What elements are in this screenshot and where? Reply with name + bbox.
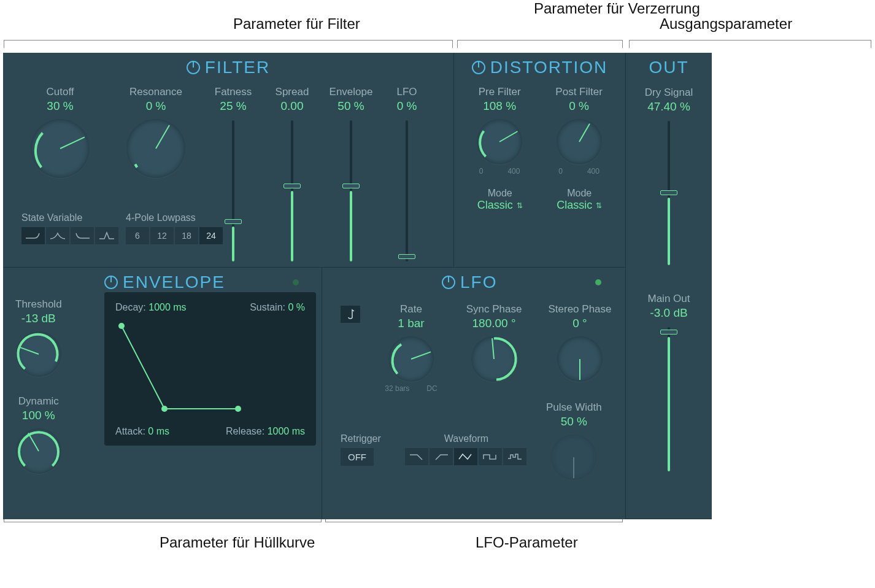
annotation-lfo: LFO-Parameter: [476, 534, 578, 551]
filter-shape-bandpass[interactable]: [46, 227, 69, 244]
sync-note-button[interactable]: [341, 306, 360, 323]
pulse-width-label: Pulse Width: [546, 401, 602, 414]
waveform-square[interactable]: [479, 448, 502, 465]
waveform-label: Waveform: [405, 433, 528, 444]
dynamic-block: Dynamic 100 %: [15, 395, 62, 474]
cutoff-knob[interactable]: [31, 119, 90, 178]
rate-block: Rate 1 bar 32 barsDC: [377, 303, 445, 393]
filter-shape-highpass[interactable]: [71, 227, 94, 244]
attack-label: Attack:: [115, 426, 145, 436]
pole-row: 6 12 18 24: [126, 227, 223, 244]
threshold-knob[interactable]: [16, 331, 61, 377]
sustain-label: Sustain:: [250, 302, 285, 312]
pre-mode-label: Mode: [477, 188, 523, 199]
main-out-label: Main Out: [648, 293, 690, 305]
waveform-saw-up[interactable]: [430, 448, 453, 465]
post-range-max: 400: [587, 167, 599, 176]
power-icon[interactable]: [472, 61, 485, 74]
resonance-knob[interactable]: [126, 119, 185, 178]
post-filter-knob[interactable]: [557, 119, 602, 164]
main-out-slider[interactable]: Main Out -3.0 dB: [626, 293, 712, 471]
state-variable-label: State Variable: [21, 212, 118, 223]
resonance-block: Resonance 0 %: [116, 86, 196, 178]
pre-filter-value: 108 %: [483, 99, 516, 113]
pole-6[interactable]: 6: [126, 227, 149, 244]
post-filter-block: Post Filter 0 % 0400: [555, 86, 603, 176]
sync-phase-value: 180.00 °: [472, 317, 516, 330]
lfo-title: LFO: [460, 273, 497, 292]
envelope-section: ENVELOPE Threshold -13 dB Dynamic 100 %: [3, 268, 322, 519]
annotation-filter: Parameter für Filter: [233, 15, 360, 33]
pole-12[interactable]: 12: [150, 227, 174, 244]
release-value: 1000 ms: [268, 426, 305, 436]
stereo-phase-knob[interactable]: [557, 336, 603, 382]
cutoff-value: 30 %: [47, 99, 73, 113]
dry-label: Dry Signal: [645, 87, 693, 99]
power-icon[interactable]: [187, 61, 200, 74]
envelope-amt-slider[interactable]: Envelope 50 %: [330, 86, 372, 261]
pre-filter-label: Pre Filter: [479, 86, 521, 98]
sync-phase-knob[interactable]: [471, 336, 517, 382]
power-icon[interactable]: [104, 276, 118, 289]
bracket-envelope: [4, 522, 322, 522]
sync-phase-label: Sync Phase: [466, 303, 522, 315]
waveform-saw-down[interactable]: [405, 448, 428, 465]
waveform-triangle[interactable]: [454, 448, 477, 465]
threshold-value: -13 dB: [21, 312, 56, 325]
post-filter-label: Post Filter: [555, 86, 603, 98]
post-mode-label: Mode: [557, 188, 602, 199]
rate-value: 1 bar: [398, 317, 424, 330]
power-icon[interactable]: [442, 276, 455, 289]
lfo-amt-slider[interactable]: LFO 0 %: [388, 86, 425, 261]
threshold-label: Threshold: [15, 298, 62, 311]
lfo-led-icon: [595, 279, 601, 285]
dry-signal-slider[interactable]: Dry Signal 47.40 %: [626, 87, 712, 265]
dynamic-knob[interactable]: [16, 428, 61, 474]
pre-mode: Mode Classic⇅: [477, 188, 523, 212]
retrigger-label: Retrigger: [341, 433, 381, 444]
threshold-block: Threshold -13 dB: [15, 298, 62, 377]
pre-filter-knob[interactable]: [477, 119, 522, 164]
pole-18[interactable]: 18: [175, 227, 198, 244]
pole-24[interactable]: 24: [199, 227, 223, 244]
plugin-root: FILTER Cutoff 30 % Resonance 0 %: [3, 53, 712, 519]
chevron-updown-icon: ⇅: [596, 201, 602, 210]
attack-value: 0 ms: [148, 426, 169, 436]
chevron-updown-icon: ⇅: [517, 201, 523, 210]
dynamic-label: Dynamic: [18, 395, 59, 408]
pole-label: 4-Pole Lowpass: [126, 212, 223, 223]
envelope-title-row: ENVELOPE: [104, 273, 225, 292]
fatness-value: 25 %: [220, 99, 246, 113]
filter-section: FILTER Cutoff 30 % Resonance 0 %: [3, 53, 454, 268]
stereo-phase-label: Stereo Phase: [548, 303, 611, 315]
dry-value: 47.40 %: [647, 100, 690, 114]
state-variable-row: [21, 227, 118, 244]
pre-range-min: 0: [479, 167, 484, 176]
note-icon: [345, 309, 355, 320]
lfo-section: LFO Rate 1 bar 32 barsDC Sync Phase: [322, 268, 626, 519]
sync-phase-block: Sync Phase 180.00 °: [457, 303, 531, 393]
pulse-width-knob[interactable]: [551, 435, 596, 480]
annotation-distortion-1: Parameter für Verzerrung: [534, 0, 700, 17]
envelope-led-icon: [293, 279, 299, 285]
spread-slider[interactable]: Spread 0.00: [271, 86, 314, 261]
sustain-value: 0 %: [288, 302, 305, 312]
cutoff-label: Cutoff: [46, 86, 74, 98]
envelope-amt-label: Envelope: [330, 86, 373, 98]
svg-point-0: [118, 323, 125, 329]
lfo-amt-value: 0 %: [397, 99, 417, 113]
rate-knob[interactable]: [388, 336, 434, 382]
decay-value: 1000 ms: [148, 302, 186, 312]
pulse-width-value: 50 %: [561, 415, 587, 428]
pre-mode-select[interactable]: Classic⇅: [477, 199, 523, 212]
filter-shape-peak[interactable]: [95, 227, 118, 244]
spread-value: 0.00: [281, 99, 304, 113]
retrigger-button[interactable]: OFF: [341, 448, 374, 466]
pulse-width-block: Pulse Width 50 %: [546, 401, 602, 480]
post-mode-select[interactable]: Classic⇅: [557, 199, 602, 212]
envelope-curve-icon: [115, 317, 306, 421]
envelope-display[interactable]: Decay: 1000 ms Sustain: 0 % Attack: 0 ms…: [104, 292, 316, 446]
filter-shape-lowpass[interactable]: [21, 227, 45, 244]
waveform-random[interactable]: [503, 448, 526, 465]
stereo-phase-value: 0 °: [572, 317, 587, 330]
